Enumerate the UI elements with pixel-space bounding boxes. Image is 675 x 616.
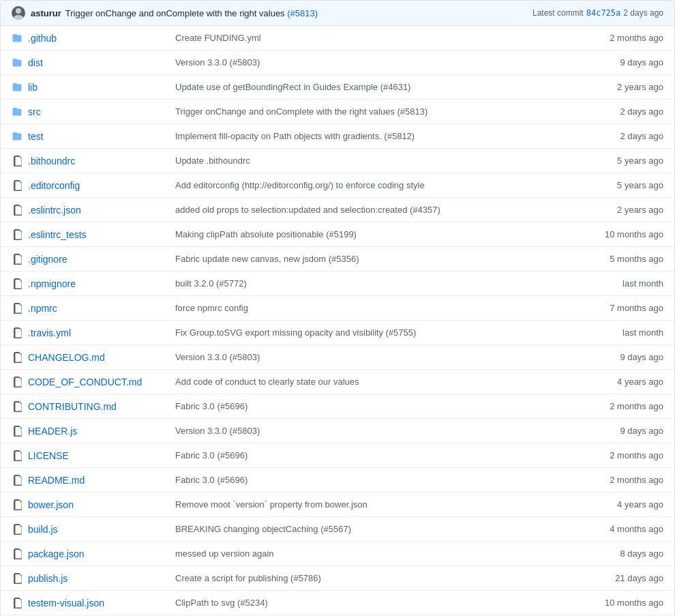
- file-commit-message: Create FUNDING.yml: [164, 33, 582, 43]
- file-name-link[interactable]: build.js: [28, 524, 164, 535]
- file-icon: [12, 377, 24, 387]
- table-row: .gitignoreFabric update new canvas, new …: [1, 247, 674, 272]
- table-row: package.jsonmessed up version again8 day…: [1, 542, 674, 566]
- file-list: .githubCreate FUNDING.yml2 months ago di…: [1, 26, 674, 616]
- file-icon: [12, 303, 24, 314]
- table-row: testem-visual.jsonClipPath to svg (#5234…: [1, 591, 674, 615]
- file-age: 2 months ago: [582, 33, 663, 43]
- table-row: .travis.ymlFix Group.toSVG export missin…: [1, 321, 674, 345]
- file-commit-message: Trigger onChange and onComplete with the…: [164, 106, 582, 117]
- file-name-link[interactable]: CONTRIBUTING.md: [28, 401, 164, 412]
- folder-icon: [12, 106, 24, 117]
- table-row: publish.jsCreate a script for publishing…: [1, 566, 674, 591]
- commit-age: 2 days ago: [623, 8, 663, 18]
- commit-sha-area: Latest commit 84c725a 2 days ago: [532, 8, 663, 18]
- file-age: 2 years ago: [582, 205, 663, 215]
- file-icon: [12, 156, 24, 166]
- file-name-link[interactable]: CODE_OF_CONDUCT.md: [28, 377, 164, 387]
- file-name-link[interactable]: .bithoundrc: [28, 156, 164, 166]
- file-name-link[interactable]: .travis.yml: [28, 327, 164, 338]
- file-name-link[interactable]: .eslintrc_tests: [28, 229, 164, 240]
- file-age: 2 days ago: [582, 106, 663, 117]
- file-icon: [12, 229, 24, 240]
- file-icon: [12, 475, 24, 486]
- file-commit-message: Add code of conduct to clearly state our…: [164, 377, 582, 387]
- file-icon: [12, 352, 24, 363]
- author-avatar: [12, 6, 25, 20]
- file-icon: [12, 450, 24, 461]
- file-name-link[interactable]: src: [28, 106, 164, 117]
- file-name-link[interactable]: CHANGELOG.md: [28, 352, 164, 363]
- file-age: 9 days ago: [582, 352, 663, 362]
- file-name-link[interactable]: test: [28, 131, 164, 142]
- commit-message: Trigger onChange and onComplete with the…: [65, 8, 318, 18]
- file-commit-message: Fabric 3.0 (#5696): [164, 401, 582, 411]
- table-row: build.jsBREAKING changing objectCaching …: [1, 517, 674, 542]
- file-age: 2 days ago: [582, 131, 663, 141]
- file-age: 2 months ago: [582, 450, 663, 460]
- file-name-link[interactable]: .gitignore: [28, 254, 164, 265]
- file-name-link[interactable]: LICENSE: [28, 450, 164, 461]
- table-row: HEADER.jsVersion 3.3.0 (#5803)9 days ago: [1, 419, 674, 443]
- table-row: .eslintrc_testsMaking clipPath absolute …: [1, 222, 674, 247]
- file-name-link[interactable]: .npmrc: [28, 303, 164, 314]
- file-name-link[interactable]: lib: [28, 82, 164, 93]
- table-row: README.mdFabric 3.0 (#5696)2 months ago: [1, 468, 674, 493]
- file-icon: [12, 598, 24, 608]
- file-age: 2 years ago: [582, 82, 663, 92]
- folder-icon: [12, 57, 24, 68]
- file-commit-message: Update .bithoundrc: [164, 156, 582, 166]
- file-age: 4 years ago: [582, 499, 663, 510]
- file-commit-message: Add editorconfig (http://editorconfig.or…: [164, 180, 582, 190]
- file-icon: [12, 254, 24, 265]
- commit-author[interactable]: asturur: [31, 8, 61, 18]
- file-commit-message: Making clipPath absolute positionable (#…: [164, 229, 582, 239]
- file-commit-message: added old props to selection:updated and…: [164, 205, 582, 215]
- file-name-link[interactable]: bower.json: [28, 499, 164, 510]
- commit-info: asturur Trigger onChange and onComplete …: [31, 8, 527, 18]
- file-commit-message: Create a script for publishing (#5786): [164, 573, 582, 583]
- file-name-link[interactable]: .npmignore: [28, 278, 164, 289]
- file-age: 5 months ago: [582, 254, 663, 264]
- file-age: 5 years ago: [582, 156, 663, 166]
- file-age: 7 months ago: [582, 303, 663, 313]
- file-icon: [12, 524, 24, 535]
- file-age: last month: [582, 278, 663, 289]
- latest-label: Latest commit: [532, 8, 584, 18]
- commit-header: asturur Trigger onChange and onComplete …: [1, 1, 674, 26]
- commit-sha[interactable]: 84c725a: [586, 8, 621, 18]
- table-row: CHANGELOG.mdVersion 3.3.0 (#5803)9 days …: [1, 345, 674, 370]
- file-name-link[interactable]: package.json: [28, 548, 164, 559]
- table-row: .npmignorebuilt 3.2.0 (#5772)last month: [1, 272, 674, 296]
- file-age: 2 months ago: [582, 475, 663, 485]
- file-commit-message: messed up version again: [164, 548, 582, 559]
- file-commit-message: Fix Group.toSVG export missing opacity a…: [164, 327, 582, 338]
- file-name-link[interactable]: .eslintrc.json: [28, 205, 164, 216]
- file-age: 4 years ago: [582, 377, 663, 387]
- table-row: .editorconfigAdd editorconfig (http://ed…: [1, 173, 674, 198]
- table-row: bower.jsonRemove moot `version` property…: [1, 493, 674, 517]
- file-age: 10 months ago: [582, 598, 663, 608]
- table-row: CONTRIBUTING.mdFabric 3.0 (#5696)2 month…: [1, 394, 674, 419]
- file-icon: [12, 327, 24, 338]
- commit-ref-link[interactable]: (#5813): [287, 8, 318, 18]
- folder-icon: [12, 82, 24, 93]
- file-name-link[interactable]: .github: [28, 33, 164, 44]
- file-name-link[interactable]: README.md: [28, 475, 164, 486]
- svg-point-0: [16, 8, 21, 14]
- file-commit-message: force npmrc config: [164, 303, 582, 313]
- file-commit-message: Remove moot `version` property from bowe…: [164, 499, 582, 510]
- file-age: 4 months ago: [582, 524, 663, 534]
- file-commit-message: built 3.2.0 (#5772): [164, 278, 582, 289]
- file-name-link[interactable]: dist: [28, 57, 164, 68]
- folder-icon: [12, 33, 24, 44]
- file-name-link[interactable]: publish.js: [28, 573, 164, 584]
- file-commit-message: Implement fill-opacity on Path objects w…: [164, 131, 582, 141]
- file-name-link[interactable]: .editorconfig: [28, 180, 164, 191]
- file-age: 2 months ago: [582, 401, 663, 411]
- file-icon: [12, 205, 24, 216]
- file-icon: [12, 499, 24, 510]
- table-row: .bithoundrcUpdate .bithoundrc5 years ago: [1, 149, 674, 173]
- file-name-link[interactable]: HEADER.js: [28, 426, 164, 437]
- file-name-link[interactable]: testem-visual.json: [28, 598, 164, 608]
